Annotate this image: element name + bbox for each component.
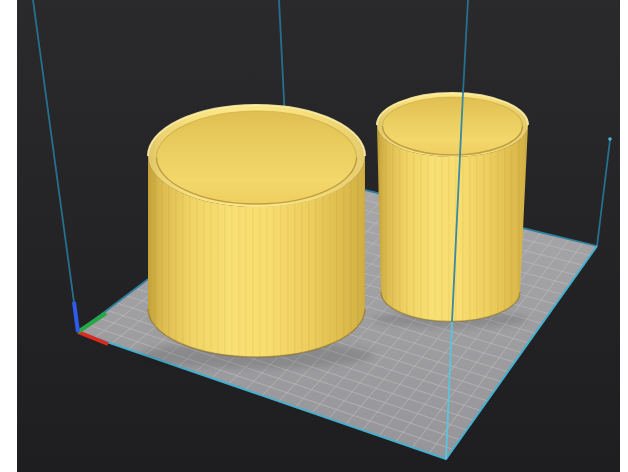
edge-right-top-cap — [608, 137, 612, 141]
slicer-viewport-window — [0, 0, 628, 472]
model-cylinder-large[interactable] — [139, 105, 374, 368]
model-cylinder-small[interactable] — [372, 93, 529, 328]
left-margin — [0, 0, 17, 472]
slicer-3d-scene[interactable] — [0, 0, 628, 472]
right-margin — [620, 0, 628, 472]
